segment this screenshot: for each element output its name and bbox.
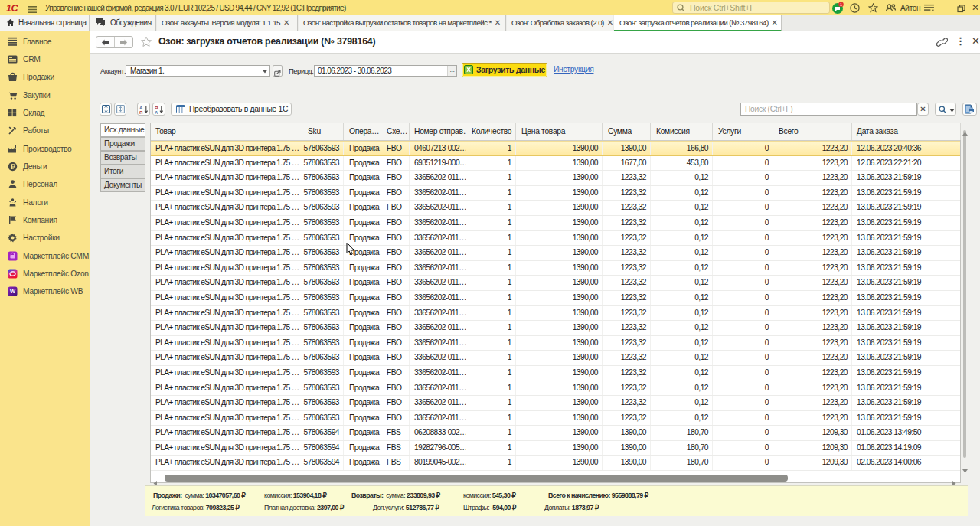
svg-text:1: 1 [840, 2, 842, 7]
svg-text:А: А [155, 110, 158, 114]
svg-text:А: А [139, 105, 143, 109]
svg-text:Я: Я [139, 110, 142, 114]
svg-text:W: W [10, 289, 16, 296]
svg-text:Я: Я [155, 105, 158, 109]
